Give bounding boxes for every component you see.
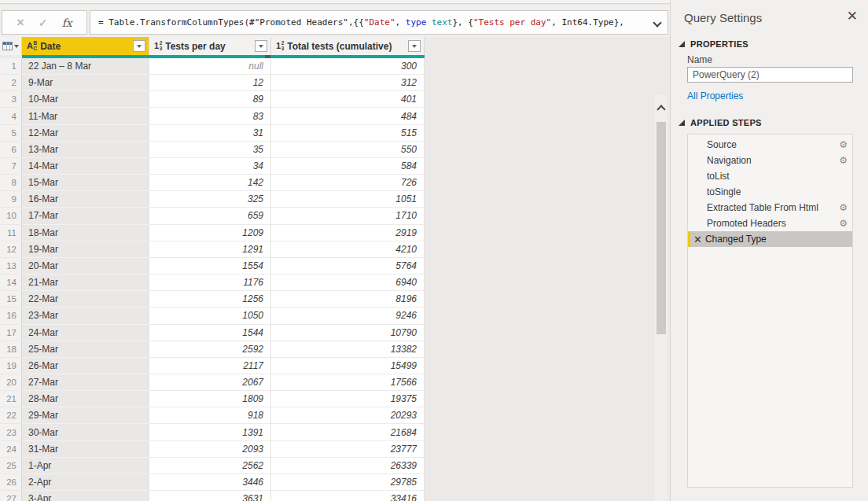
table-cell[interactable]: 27 (0, 491, 22, 501)
table-cell[interactable]: 89 (149, 91, 271, 108)
table-cell[interactable]: 10 (0, 208, 22, 224)
table-cell[interactable]: 2067 (149, 374, 271, 391)
query-name-input[interactable] (687, 67, 853, 83)
table-cell[interactable]: 2 (0, 75, 22, 91)
table-cell[interactable]: 7 (0, 158, 22, 175)
whole-number-type-icon[interactable]: 123 (154, 41, 162, 51)
table-cell[interactable]: 1050 (149, 308, 271, 324)
table-cell[interactable]: 11-Mar (22, 108, 149, 124)
table-cell[interactable]: 13382 (271, 341, 425, 358)
table-cell[interactable]: 10790 (271, 325, 425, 341)
table-cell[interactable]: 9 (0, 191, 22, 208)
table-cell[interactable]: 15 (0, 291, 22, 308)
grid-vertical-scrollbar[interactable] (655, 95, 668, 501)
table-cell[interactable]: 26 (0, 474, 22, 491)
table-cell[interactable]: 484 (271, 108, 425, 124)
table-cell[interactable]: 142 (149, 175, 271, 191)
filter-button-total-tests[interactable] (408, 40, 421, 52)
table-cell[interactable]: 6940 (271, 274, 425, 291)
fx-icon[interactable]: fx (62, 17, 72, 29)
table-cell[interactable]: 33416 (271, 491, 425, 501)
table-cell[interactable]: 29-Mar (22, 407, 149, 424)
column-header-tests-per-day[interactable]: 123 Tests per day (149, 37, 271, 55)
table-cell[interactable]: 1544 (149, 325, 271, 341)
table-cell[interactable]: 30-Mar (22, 424, 149, 440)
table-cell[interactable]: 2562 (149, 458, 271, 474)
table-cell[interactable]: 15-Mar (22, 175, 149, 191)
table-cell[interactable]: 21 (0, 391, 22, 407)
table-cell[interactable]: 25 (0, 458, 22, 474)
table-cell[interactable]: 12-Mar (22, 125, 149, 142)
table-cell[interactable]: 29785 (271, 474, 425, 491)
table-cell[interactable]: 2919 (271, 225, 425, 241)
table-cell[interactable]: 6 (0, 142, 22, 158)
table-cell[interactable]: 300 (271, 58, 425, 75)
table-cell[interactable]: 19375 (271, 391, 425, 407)
column-header-total-tests[interactable]: 123 Total tests (cumulative) (271, 37, 425, 55)
table-cell[interactable]: 2592 (149, 341, 271, 358)
table-cell[interactable]: 14 (0, 274, 22, 291)
applied-step-source[interactable]: Source⚙ (688, 137, 852, 153)
table-cell[interactable]: 3631 (149, 491, 271, 501)
table-cell[interactable]: 401 (271, 91, 425, 108)
table-cell[interactable]: 13 (0, 258, 22, 274)
table-cell[interactable]: 1291 (149, 241, 271, 258)
table-cell[interactable]: 2093 (149, 441, 271, 458)
table-cell[interactable]: 31-Mar (22, 441, 149, 458)
table-cell[interactable]: 22-Mar (22, 291, 149, 308)
table-cell[interactable]: 20293 (271, 407, 425, 424)
properties-section-header[interactable]: PROPERTIES (679, 39, 748, 49)
table-cell[interactable]: 8196 (271, 291, 425, 308)
table-cell[interactable]: 584 (271, 158, 425, 175)
table-cell[interactable]: 515 (271, 125, 425, 142)
table-cell[interactable]: 1 (0, 58, 22, 75)
filter-button-tests-per-day[interactable] (255, 40, 267, 52)
table-menu-button[interactable] (0, 37, 22, 55)
table-cell[interactable]: 26339 (271, 458, 425, 474)
whole-number-type-icon[interactable]: 123 (276, 41, 284, 51)
table-cell[interactable]: 25-Mar (22, 341, 149, 358)
table-cell[interactable]: 17 (0, 325, 22, 341)
table-cell[interactable]: 312 (271, 75, 425, 91)
formula-confirm-icon[interactable]: ✓ (39, 17, 48, 28)
table-cell[interactable]: 23-Mar (22, 308, 149, 324)
applied-step-changed-type[interactable]: ✕Changed Type (688, 231, 852, 247)
scroll-up-icon[interactable] (657, 105, 665, 113)
table-cell[interactable]: 1554 (149, 258, 271, 274)
table-cell[interactable]: 2117 (149, 358, 271, 374)
table-cell[interactable]: 27-Mar (22, 374, 149, 391)
table-cell[interactable]: 24 (0, 441, 22, 458)
table-cell[interactable]: 726 (271, 175, 425, 191)
table-cell[interactable]: 19-Mar (22, 241, 149, 258)
close-icon[interactable]: ✕ (847, 9, 858, 23)
applied-step-tolist[interactable]: toList (688, 168, 852, 184)
table-cell[interactable]: null (149, 58, 271, 75)
column-header-date[interactable]: ABC Date (22, 37, 149, 55)
table-cell[interactable]: 5 (0, 125, 22, 142)
table-cell[interactable]: 3-Apr (22, 491, 149, 501)
table-cell[interactable]: 26-Mar (22, 358, 149, 374)
table-cell[interactable]: 1209 (149, 225, 271, 241)
gear-icon[interactable]: ⚙ (839, 219, 848, 228)
table-cell[interactable]: 83 (149, 108, 271, 124)
table-cell[interactable]: 16 (0, 308, 22, 324)
delete-step-icon[interactable]: ✕ (693, 234, 702, 245)
table-cell[interactable]: 21684 (271, 424, 425, 440)
applied-step-navigation[interactable]: Navigation⚙ (688, 153, 852, 168)
text-type-icon[interactable]: ABC (27, 41, 37, 51)
table-cell[interactable]: 5764 (271, 258, 425, 274)
scrollbar-thumb[interactable] (657, 122, 666, 334)
table-cell[interactable]: 35 (149, 142, 271, 158)
table-cell[interactable]: 18 (0, 341, 22, 358)
table-cell[interactable]: 16-Mar (22, 191, 149, 208)
table-cell[interactable]: 24-Mar (22, 325, 149, 341)
applied-step-extracted-table-from-html[interactable]: Extracted Table From Html⚙ (688, 200, 852, 216)
table-cell[interactable]: 19 (0, 358, 22, 374)
table-cell[interactable]: 3446 (149, 474, 271, 491)
all-properties-link[interactable]: All Properties (687, 90, 743, 101)
table-cell[interactable]: 23 (0, 424, 22, 440)
table-cell[interactable]: 1710 (271, 208, 425, 224)
table-cell[interactable]: 31 (149, 125, 271, 142)
table-cell[interactable]: 9246 (271, 308, 425, 324)
table-cell[interactable]: 22 Jan – 8 Mar (22, 58, 149, 75)
